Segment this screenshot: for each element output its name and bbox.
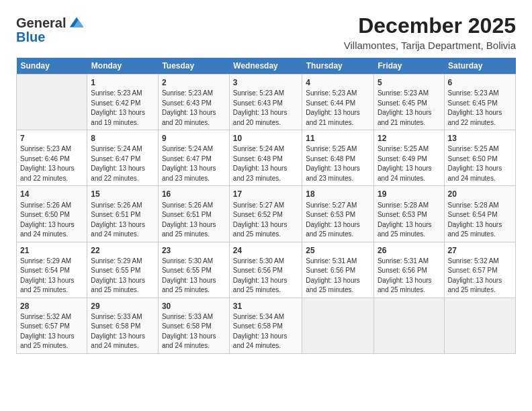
calendar-cell: 20Sunrise: 5:28 AM Sunset: 6:54 PM Dayli… — [444, 186, 515, 242]
cell-content: 28Sunrise: 5:32 AM Sunset: 6:57 PM Dayli… — [20, 301, 83, 351]
calendar-cell: 10Sunrise: 5:24 AM Sunset: 6:48 PM Dayli… — [229, 130, 302, 186]
cell-info: Sunrise: 5:25 AM Sunset: 6:49 PM Dayligh… — [378, 145, 432, 182]
day-number: 22 — [91, 245, 154, 256]
day-number: 10 — [233, 133, 298, 144]
cell-content: 29Sunrise: 5:33 AM Sunset: 6:58 PM Dayli… — [91, 301, 154, 351]
calendar-cell: 6Sunrise: 5:23 AM Sunset: 6:45 PM Daylig… — [444, 75, 515, 130]
cell-content: 1Sunrise: 5:23 AM Sunset: 6:42 PM Daylig… — [91, 77, 154, 127]
day-number: 27 — [448, 245, 512, 256]
cell-content: 26Sunrise: 5:31 AM Sunset: 6:56 PM Dayli… — [378, 245, 441, 295]
cell-info: Sunrise: 5:23 AM Sunset: 6:46 PM Dayligh… — [20, 145, 75, 182]
cell-content: 9Sunrise: 5:24 AM Sunset: 6:47 PM Daylig… — [162, 133, 226, 183]
cell-info: Sunrise: 5:30 AM Sunset: 6:56 PM Dayligh… — [233, 257, 287, 294]
cell-info: Sunrise: 5:25 AM Sunset: 6:50 PM Dayligh… — [448, 145, 502, 182]
day-number: 23 — [162, 245, 226, 256]
calendar-cell: 30Sunrise: 5:33 AM Sunset: 6:58 PM Dayli… — [158, 298, 229, 353]
day-number: 19 — [378, 189, 441, 199]
cell-content: 17Sunrise: 5:27 AM Sunset: 6:52 PM Dayli… — [233, 189, 298, 238]
day-number: 16 — [162, 189, 226, 199]
cell-info: Sunrise: 5:28 AM Sunset: 6:54 PM Dayligh… — [448, 201, 502, 238]
cell-info: Sunrise: 5:25 AM Sunset: 6:48 PM Dayligh… — [306, 145, 360, 182]
calendar-week-3: 21Sunrise: 5:29 AM Sunset: 6:54 PM Dayli… — [17, 242, 516, 298]
cell-info: Sunrise: 5:26 AM Sunset: 6:51 PM Dayligh… — [91, 201, 145, 238]
cell-content: 13Sunrise: 5:25 AM Sunset: 6:50 PM Dayli… — [448, 133, 512, 183]
cell-info: Sunrise: 5:29 AM Sunset: 6:55 PM Dayligh… — [91, 257, 145, 294]
cell-info: Sunrise: 5:34 AM Sunset: 6:58 PM Dayligh… — [233, 313, 287, 350]
calendar-table: SundayMondayTuesdayWednesdayThursdayFrid… — [16, 58, 516, 354]
calendar-cell: 21Sunrise: 5:29 AM Sunset: 6:54 PM Dayli… — [17, 242, 87, 298]
day-number: 18 — [306, 189, 370, 199]
header-thursday: Thursday — [302, 58, 374, 75]
cell-content: 7Sunrise: 5:23 AM Sunset: 6:46 PM Daylig… — [20, 133, 83, 183]
cell-info: Sunrise: 5:26 AM Sunset: 6:50 PM Dayligh… — [20, 201, 75, 238]
day-number: 9 — [162, 133, 226, 144]
cell-info: Sunrise: 5:24 AM Sunset: 6:47 PM Dayligh… — [162, 145, 216, 182]
cell-content: 3Sunrise: 5:23 AM Sunset: 6:43 PM Daylig… — [233, 77, 298, 127]
calendar-cell — [17, 75, 87, 130]
calendar-cell: 24Sunrise: 5:30 AM Sunset: 6:56 PM Dayli… — [229, 242, 302, 298]
day-number: 11 — [306, 133, 370, 144]
cell-content: 21Sunrise: 5:29 AM Sunset: 6:54 PM Dayli… — [20, 245, 83, 295]
day-number: 1 — [91, 77, 154, 88]
day-number: 15 — [91, 189, 154, 199]
calendar-cell: 3Sunrise: 5:23 AM Sunset: 6:43 PM Daylig… — [229, 75, 302, 130]
calendar-cell: 5Sunrise: 5:23 AM Sunset: 6:45 PM Daylig… — [373, 75, 444, 130]
cell-content: 16Sunrise: 5:26 AM Sunset: 6:51 PM Dayli… — [162, 189, 226, 238]
day-number: 5 — [378, 77, 441, 88]
cell-info: Sunrise: 5:30 AM Sunset: 6:55 PM Dayligh… — [162, 257, 216, 294]
cell-content: 4Sunrise: 5:23 AM Sunset: 6:44 PM Daylig… — [306, 77, 370, 127]
calendar-cell: 28Sunrise: 5:32 AM Sunset: 6:57 PM Dayli… — [17, 298, 87, 353]
cell-info: Sunrise: 5:31 AM Sunset: 6:56 PM Dayligh… — [306, 257, 360, 294]
day-number: 21 — [20, 245, 83, 256]
calendar-cell — [444, 298, 515, 353]
cell-info: Sunrise: 5:23 AM Sunset: 6:43 PM Dayligh… — [233, 89, 287, 126]
calendar-cell: 25Sunrise: 5:31 AM Sunset: 6:56 PM Dayli… — [302, 242, 374, 298]
cell-content: 12Sunrise: 5:25 AM Sunset: 6:49 PM Dayli… — [378, 133, 441, 183]
cell-content: 10Sunrise: 5:24 AM Sunset: 6:48 PM Dayli… — [233, 133, 298, 183]
cell-info: Sunrise: 5:29 AM Sunset: 6:54 PM Dayligh… — [20, 257, 75, 294]
day-number: 3 — [233, 77, 298, 88]
calendar-cell: 18Sunrise: 5:27 AM Sunset: 6:53 PM Dayli… — [302, 186, 374, 242]
calendar-week-2: 14Sunrise: 5:26 AM Sunset: 6:50 PM Dayli… — [17, 186, 516, 242]
day-number: 30 — [162, 301, 226, 312]
calendar-week-1: 7Sunrise: 5:23 AM Sunset: 6:46 PM Daylig… — [17, 130, 516, 186]
day-number: 2 — [162, 77, 226, 88]
cell-content: 30Sunrise: 5:33 AM Sunset: 6:58 PM Dayli… — [162, 301, 226, 351]
cell-info: Sunrise: 5:23 AM Sunset: 6:44 PM Dayligh… — [306, 89, 360, 126]
calendar-cell: 23Sunrise: 5:30 AM Sunset: 6:55 PM Dayli… — [158, 242, 229, 298]
cell-content: 6Sunrise: 5:23 AM Sunset: 6:45 PM Daylig… — [448, 77, 512, 127]
cell-info: Sunrise: 5:28 AM Sunset: 6:53 PM Dayligh… — [378, 201, 432, 238]
cell-info: Sunrise: 5:32 AM Sunset: 6:57 PM Dayligh… — [448, 257, 502, 294]
cell-content: 22Sunrise: 5:29 AM Sunset: 6:55 PM Dayli… — [91, 245, 154, 295]
calendar-cell: 1Sunrise: 5:23 AM Sunset: 6:42 PM Daylig… — [87, 75, 159, 130]
cell-info: Sunrise: 5:32 AM Sunset: 6:57 PM Dayligh… — [20, 313, 75, 350]
day-number: 17 — [233, 189, 298, 199]
day-number: 8 — [91, 133, 154, 144]
cell-info: Sunrise: 5:26 AM Sunset: 6:51 PM Dayligh… — [162, 201, 216, 238]
calendar-week-4: 28Sunrise: 5:32 AM Sunset: 6:57 PM Dayli… — [17, 298, 516, 353]
title-block: December 2025 Villamontes, Tarija Depart… — [344, 13, 516, 51]
cell-info: Sunrise: 5:27 AM Sunset: 6:52 PM Dayligh… — [233, 201, 287, 238]
calendar-cell: 26Sunrise: 5:31 AM Sunset: 6:56 PM Dayli… — [373, 242, 444, 298]
cell-content: 2Sunrise: 5:23 AM Sunset: 6:43 PM Daylig… — [162, 77, 226, 127]
cell-content: 24Sunrise: 5:30 AM Sunset: 6:56 PM Dayli… — [233, 245, 298, 295]
cell-info: Sunrise: 5:27 AM Sunset: 6:53 PM Dayligh… — [306, 201, 360, 238]
day-number: 25 — [306, 245, 370, 256]
header-saturday: Saturday — [444, 58, 515, 75]
day-number: 14 — [20, 189, 83, 199]
cell-content: 15Sunrise: 5:26 AM Sunset: 6:51 PM Dayli… — [91, 189, 154, 238]
cell-info: Sunrise: 5:23 AM Sunset: 6:45 PM Dayligh… — [378, 89, 432, 126]
calendar-cell: 15Sunrise: 5:26 AM Sunset: 6:51 PM Dayli… — [87, 186, 159, 242]
header-wednesday: Wednesday — [229, 58, 302, 75]
cell-info: Sunrise: 5:33 AM Sunset: 6:58 PM Dayligh… — [162, 313, 216, 350]
cell-info: Sunrise: 5:23 AM Sunset: 6:45 PM Dayligh… — [448, 89, 502, 126]
cell-content: 31Sunrise: 5:34 AM Sunset: 6:58 PM Dayli… — [233, 301, 298, 351]
calendar-header-row: SundayMondayTuesdayWednesdayThursdayFrid… — [17, 58, 516, 75]
day-number: 31 — [233, 301, 298, 312]
cell-content: 18Sunrise: 5:27 AM Sunset: 6:53 PM Dayli… — [306, 189, 370, 238]
day-number: 7 — [20, 133, 83, 144]
calendar-cell: 7Sunrise: 5:23 AM Sunset: 6:46 PM Daylig… — [17, 130, 87, 186]
calendar-cell: 4Sunrise: 5:23 AM Sunset: 6:44 PM Daylig… — [302, 75, 374, 130]
cell-content: 20Sunrise: 5:28 AM Sunset: 6:54 PM Dayli… — [448, 189, 512, 238]
day-number: 24 — [233, 245, 298, 256]
